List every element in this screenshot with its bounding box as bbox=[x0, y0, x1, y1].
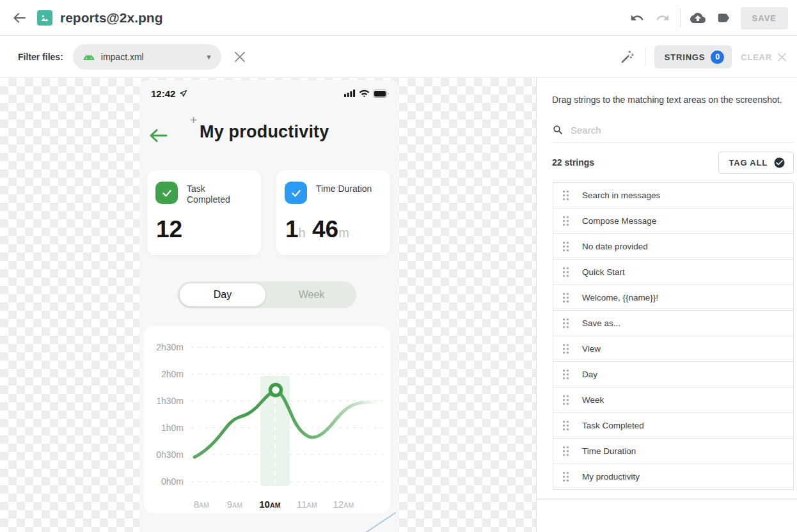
status-time: 12:42 bbox=[151, 88, 175, 99]
drag-handle-icon[interactable] bbox=[562, 471, 569, 482]
auto-tag-wand-icon[interactable] bbox=[619, 49, 636, 65]
wifi-icon bbox=[359, 90, 370, 98]
string-label: Task Completed bbox=[582, 421, 644, 430]
toggle-day-button[interactable]: Day bbox=[180, 283, 265, 306]
drag-handle-icon[interactable] bbox=[562, 292, 569, 303]
time-duration-value: 1h 46m bbox=[285, 216, 349, 243]
string-row[interactable]: Search in messages bbox=[553, 183, 793, 208]
search-input[interactable] bbox=[571, 125, 794, 136]
string-row[interactable]: No date provided bbox=[553, 234, 793, 260]
battery-icon bbox=[373, 90, 389, 98]
drag-handle-icon[interactable] bbox=[562, 395, 569, 405]
tag-plus-marker[interactable]: + bbox=[190, 113, 197, 127]
filter-bar: Filter files: impact.xml ▼ STRINGS 0 CLE… bbox=[0, 36, 797, 77]
drag-handle-icon[interactable] bbox=[562, 420, 569, 431]
string-row[interactable]: My productivity bbox=[553, 464, 793, 490]
task-completed-label: Task Completed bbox=[187, 184, 244, 205]
cell-signal-icon bbox=[344, 90, 356, 97]
tag-all-button[interactable]: TAG ALL bbox=[718, 152, 794, 174]
phone-status-bar: 12:42 bbox=[151, 86, 389, 100]
string-row[interactable]: Compose Message bbox=[553, 208, 793, 234]
image-file-icon bbox=[37, 10, 52, 26]
filter-files-label: Filter files: bbox=[18, 52, 63, 62]
string-label: Time Duration bbox=[582, 446, 636, 456]
back-arrow-icon[interactable] bbox=[10, 9, 28, 27]
drag-handle-icon[interactable] bbox=[562, 369, 569, 380]
day-week-toggle: Day Week bbox=[177, 281, 356, 308]
filter-clear-icon[interactable] bbox=[232, 49, 248, 65]
string-row[interactable]: Welcome, {{name}}! bbox=[553, 285, 793, 311]
redo-icon[interactable] bbox=[654, 10, 671, 26]
string-row[interactable]: Save as... bbox=[553, 311, 793, 336]
task-completed-card: Task Completed 12 bbox=[147, 170, 261, 255]
search-field[interactable] bbox=[552, 118, 794, 143]
screenshot-image[interactable]: 12:42 + My productivity Task Completed bbox=[139, 80, 398, 532]
drag-handle-icon[interactable] bbox=[562, 343, 569, 354]
check-circle-icon bbox=[773, 157, 785, 169]
panel-footer-divider bbox=[537, 499, 797, 499]
toolbar-divider bbox=[680, 8, 681, 27]
time-duration-label: Time Duration bbox=[316, 184, 374, 194]
x-axis-label: 11AM bbox=[297, 499, 317, 510]
phone-screen-title: My productivity bbox=[200, 122, 329, 142]
strings-toggle-button[interactable]: STRINGS 0 bbox=[654, 45, 732, 68]
check-icon-blue bbox=[285, 182, 307, 204]
time-duration-card: Time Duration 1h 46m bbox=[276, 170, 390, 255]
clear-x-icon bbox=[777, 52, 787, 62]
strings-count-row: 22 strings TAG ALL bbox=[552, 150, 794, 175]
hours-value: 1 bbox=[285, 216, 299, 242]
minutes-value: 46 bbox=[312, 216, 338, 242]
undo-icon[interactable] bbox=[629, 10, 645, 26]
string-label: Save as... bbox=[582, 318, 620, 328]
string-row[interactable]: Task Completed bbox=[553, 413, 793, 439]
string-label: Compose Message bbox=[582, 216, 656, 226]
hours-unit: h bbox=[299, 226, 306, 240]
panel-instruction: Drag strings to the matching text areas … bbox=[552, 95, 787, 105]
upload-icon[interactable] bbox=[690, 10, 706, 26]
drag-handle-icon[interactable] bbox=[562, 215, 569, 226]
string-label: Day bbox=[582, 370, 597, 379]
string-row[interactable]: Week bbox=[553, 387, 793, 413]
file-filter-dropdown[interactable]: impact.xml ▼ bbox=[73, 44, 221, 70]
string-list: Search in messages Compose Message No da… bbox=[553, 182, 794, 490]
drag-handle-icon[interactable] bbox=[562, 241, 569, 252]
drag-handle-icon[interactable] bbox=[562, 267, 569, 278]
x-axis-label: 8AM bbox=[194, 499, 210, 510]
minutes-unit: m bbox=[338, 226, 349, 240]
strings-count-label: 22 strings bbox=[552, 157, 594, 168]
toolbar-divider bbox=[645, 47, 645, 66]
string-label: Quick Start bbox=[582, 267, 625, 277]
phone-back-arrow-icon[interactable] bbox=[147, 127, 169, 145]
x-axis-label: 12AM bbox=[333, 499, 354, 510]
screenshot-editor: reports@2x.png SAVE Filter files: impact… bbox=[0, 0, 797, 532]
string-label: No date provided bbox=[582, 242, 648, 251]
decorative-wave-line bbox=[360, 506, 398, 532]
drag-handle-icon[interactable] bbox=[562, 190, 569, 201]
search-icon bbox=[552, 124, 564, 136]
location-arrow-icon bbox=[179, 90, 187, 98]
string-label: My productivity bbox=[582, 472, 640, 481]
task-completed-value: 12 bbox=[156, 216, 182, 243]
string-row[interactable]: Quick Start bbox=[553, 260, 793, 285]
peak-data-point[interactable] bbox=[271, 385, 281, 396]
string-row[interactable]: Day bbox=[553, 362, 793, 387]
strings-label: STRINGS bbox=[665, 52, 705, 62]
drag-handle-icon[interactable] bbox=[562, 318, 569, 329]
clear-tags-button[interactable]: CLEAR bbox=[741, 52, 787, 62]
chevron-down-icon: ▼ bbox=[186, 53, 212, 61]
clear-label: CLEAR bbox=[741, 52, 772, 62]
string-row[interactable]: Time Duration bbox=[553, 439, 793, 464]
top-bar: reports@2x.png SAVE bbox=[0, 0, 797, 36]
string-row[interactable]: View bbox=[553, 336, 793, 362]
save-button[interactable]: SAVE bbox=[741, 7, 788, 29]
string-label: Welcome, {{name}}! bbox=[582, 293, 658, 302]
drag-handle-icon[interactable] bbox=[562, 446, 569, 457]
check-icon-green bbox=[155, 182, 178, 204]
productivity-line-chart bbox=[144, 326, 390, 513]
toggle-week-button[interactable]: Week bbox=[267, 281, 356, 308]
strings-count-badge: 0 bbox=[711, 51, 724, 64]
productivity-chart-card: 2h30m 2h0m 1h30m 1h0m 0h30m 0h0m bbox=[144, 326, 390, 513]
x-axis-label-selected: 10AM bbox=[259, 499, 281, 510]
tag-icon[interactable] bbox=[715, 10, 732, 26]
android-icon bbox=[83, 53, 95, 61]
